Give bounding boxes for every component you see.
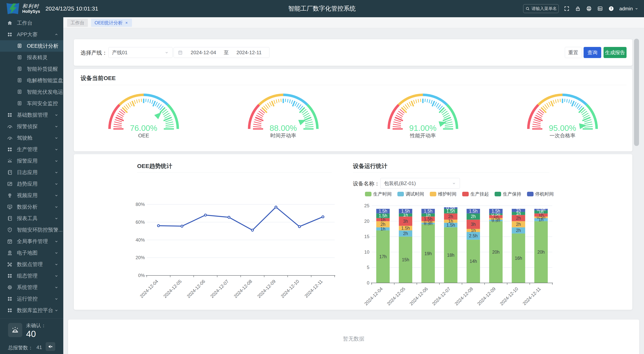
sidebar-item[interactable]: 生产管理 <box>0 144 63 155</box>
svg-text:2024-12-10: 2024-12-10 <box>499 286 519 306</box>
menu-search-box[interactable] <box>523 4 559 13</box>
sidebar-item[interactable]: 视频应用 <box>0 190 63 201</box>
svg-text:60%: 60% <box>136 219 145 225</box>
sidebar-item-label: 日志应用 <box>17 169 38 176</box>
calendar-icon <box>178 50 183 55</box>
chev-down-icon <box>54 285 59 290</box>
app-header: 和利时 HollySys 2024/12/25 10:01:31 智能工厂数字化… <box>0 0 644 17</box>
svg-text:1.5h: 1.5h <box>424 209 432 214</box>
header-datetime: 2024/12/25 10:01:31 <box>46 5 98 12</box>
unconfirmed-count: 40 <box>26 329 36 339</box>
svg-text:25: 25 <box>364 203 369 208</box>
sidebar-subitem-label: 智能补货提醒 <box>27 65 58 72</box>
query-button[interactable]: 查询 <box>584 47 601 58</box>
tab-close-button[interactable] <box>125 21 128 25</box>
fullscreen-icon[interactable] <box>564 5 570 12</box>
device-select[interactable]: 包装机(BZ-01) <box>380 178 460 189</box>
legend-label: 生产时间 <box>373 191 392 197</box>
legend-item[interactable]: 生产保持 <box>494 191 521 197</box>
sidebar-item[interactable]: 智能安环防控预警... <box>0 224 63 236</box>
chev-down-icon <box>54 136 59 140</box>
sidebar-item[interactable]: 全局事件管理 <box>0 236 63 247</box>
chev-down-icon <box>54 216 59 221</box>
sidebar-menu: 工作台APP大赛OEE统计分析报表精灵智能补货提醒电解槽智能监盘智能光伏发电运行… <box>0 17 63 316</box>
date-end[interactable]: 2024-12-11 <box>236 50 262 56</box>
total-alarm-count: 41 <box>36 345 42 351</box>
bar-chart-legend: 生产时间调试时间维护时间生产挂起生产保持停机时间 <box>362 191 556 197</box>
sidebar-subitem-label: OEE统计分析 <box>27 42 58 49</box>
sidebar-subitem[interactable]: 智能光伏发电运行... <box>0 86 63 98</box>
reset-button[interactable]: 重置 <box>565 47 582 58</box>
date-range-picker[interactable]: 2024-12-04 至 2024-12-11 <box>174 47 270 58</box>
chev-down-icon <box>54 181 59 186</box>
sidebar-item[interactable]: 数据分析 <box>0 201 63 213</box>
legend-swatch <box>397 192 404 196</box>
svg-text:2h: 2h <box>516 222 521 227</box>
doc-icon <box>17 43 22 48</box>
sidebar-item[interactable]: 数据库监控平台 <box>0 305 63 316</box>
legend-item[interactable]: 停机时间 <box>527 191 554 197</box>
alarm-icon <box>7 158 13 164</box>
sidebar-subitem[interactable]: 车间安全监控 <box>0 98 63 109</box>
sidebar-subitem[interactable]: 电解槽智能监盘 <box>0 75 63 86</box>
search-icon <box>525 6 530 11</box>
legend-item[interactable]: 生产挂起 <box>462 191 489 197</box>
log-icon <box>7 170 13 175</box>
language-en-icon[interactable]: En <box>597 5 603 12</box>
sidebar-item[interactable]: 数据点管理 <box>0 259 63 270</box>
line-select[interactable]: 产线01 <box>108 47 172 58</box>
mute-button[interactable] <box>46 342 55 351</box>
user-menu[interactable]: admin <box>619 6 639 12</box>
svg-text:En: En <box>598 7 602 10</box>
alarm-light-icon[interactable] <box>8 323 22 337</box>
apps-icon <box>7 273 13 279</box>
sidebar-item[interactable]: 驾驶舱 <box>0 132 63 144</box>
chevron-down-icon <box>164 50 169 55</box>
tab-label: 工作台 <box>70 20 84 26</box>
lock-icon[interactable] <box>575 5 581 12</box>
sidebar-item-label: 驾驶舱 <box>17 135 32 141</box>
total-alarm-label: 总报警数： <box>8 345 33 351</box>
sidebar-item[interactable]: 报警侦探 <box>0 121 63 132</box>
sidebar-subitem[interactable]: 智能补货提醒 <box>0 63 63 75</box>
chev-down-icon <box>54 170 59 175</box>
sidebar-item-label: 工作台 <box>17 19 32 26</box>
apps-icon <box>7 308 13 313</box>
help-icon[interactable]: ? <box>608 5 614 12</box>
sidebar-subitem[interactable]: 报表精灵 <box>0 52 63 63</box>
sidebar-subitem-label: 报表精灵 <box>27 54 48 61</box>
sidebar-item-label: 数据分析 <box>17 203 38 210</box>
menu-search-input[interactable] <box>532 6 556 11</box>
svg-text:15: 15 <box>364 234 369 239</box>
alarm-summary-panel: 未确认： 40 总报警数： 41 <box>0 319 63 354</box>
svg-text:1.5h: 1.5h <box>401 209 410 214</box>
sidebar-item[interactable]: 组态管理 <box>0 270 63 282</box>
tab-bar: 工作台OEE统计分析 <box>63 17 644 28</box>
gauge-label: 一次合格率 <box>550 133 576 139</box>
legend-swatch <box>527 192 534 196</box>
sidebar-item[interactable]: 工作台 <box>0 17 63 29</box>
gauge-cell: 76.00%OEE <box>74 87 214 139</box>
svg-text:2h: 2h <box>380 222 386 227</box>
sidebar-item[interactable]: 系统管理 <box>0 282 63 293</box>
sidebar-subitem[interactable]: OEE统计分析 <box>0 40 63 52</box>
sidebar-item[interactable]: 报警应用 <box>0 155 63 167</box>
legend-item[interactable]: 生产时间 <box>365 191 392 197</box>
sidebar-item[interactable]: 基础数据管理 <box>0 109 63 121</box>
svg-text:80%: 80% <box>136 202 145 207</box>
generate-report-button[interactable]: 生成报告 <box>604 47 626 58</box>
sidebar-item[interactable]: 趋势应用 <box>0 178 63 190</box>
sidebar-item[interactable]: 日志应用 <box>0 167 63 178</box>
sidebar-item[interactable]: 运行管控 <box>0 293 63 305</box>
legend-item[interactable]: 维护时间 <box>430 191 456 197</box>
sidebar-item[interactable]: APP大赛 <box>0 29 63 40</box>
printer-icon[interactable] <box>586 5 592 12</box>
date-start[interactable]: 2024-12-04 <box>191 50 216 56</box>
sidebar-item[interactable]: 报表工具 <box>0 213 63 224</box>
sidebar-item[interactable]: 电子地图 <box>0 247 63 259</box>
tab-active[interactable]: OEE统计分析 <box>91 19 132 27</box>
tab-inactive[interactable]: 工作台 <box>67 19 88 27</box>
scrollbar-thumb[interactable] <box>634 39 639 146</box>
sidebar-item-label: 报表工具 <box>17 215 38 222</box>
legend-item[interactable]: 调试时间 <box>397 191 424 197</box>
